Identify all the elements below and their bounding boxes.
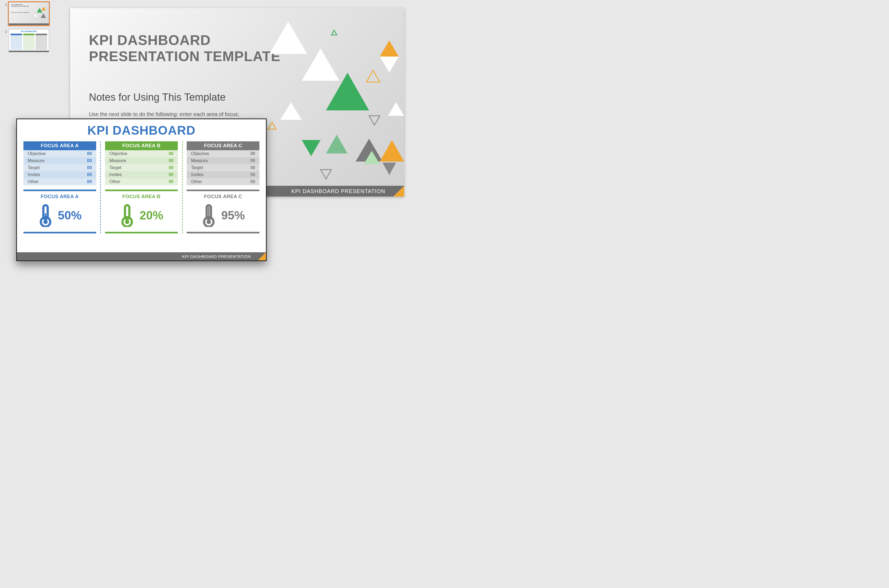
thumbnail-row-2: 2 KPI DASHBOARD	[2, 29, 51, 52]
focus-area-b-label: FOCUS AREA B	[105, 194, 178, 200]
focus-area-c-rows: Objective00 Measure00 Target00 Invites00…	[187, 150, 259, 185]
focus-area-b-percent: 20%	[140, 208, 163, 222]
thermometer-icon	[38, 204, 53, 227]
focus-area-a-label: FOCUS AREA A	[23, 194, 96, 200]
focus-area-a-rows: Objective00 Measure00 Target00 Invites00…	[23, 150, 96, 185]
focus-area-b-header: FOCUS AREA B	[105, 141, 178, 150]
slide-title[interactable]: KPI DASHBOARD PRESENTATION TEMPLATE	[89, 32, 280, 64]
divider-bar	[23, 232, 96, 233]
divider-bar	[23, 189, 96, 191]
dashboard-title: KPI DASHBOARD	[17, 123, 266, 138]
svg-marker-7	[331, 30, 337, 35]
focus-area-c: FOCUS AREA C Objective00 Measure00 Targe…	[187, 141, 259, 233]
divider-bar	[187, 232, 259, 233]
divider-bar	[105, 189, 178, 191]
focus-area-a-percent: 50%	[58, 208, 82, 222]
dashboard-columns: FOCUS AREA A Objective00 Measure00 Targe…	[17, 138, 266, 233]
svg-marker-11	[280, 102, 302, 120]
triangle-deco-icon	[32, 5, 48, 21]
focus-area-c-percent: 95%	[221, 208, 245, 222]
svg-marker-0	[37, 8, 42, 13]
slide-thumbnail-panel: 1 KPI DASHBOARDPRESENTATION TEMPLATE Not…	[2, 2, 51, 56]
svg-marker-4	[269, 21, 307, 54]
thermometer-icon	[120, 204, 135, 227]
svg-marker-15	[302, 140, 320, 156]
slide-thumbnail-2[interactable]: KPI DASHBOARD	[9, 29, 49, 52]
svg-rect-33	[208, 207, 209, 221]
svg-marker-5	[302, 48, 340, 81]
slide-subtitle[interactable]: Notes for Using This Template	[89, 92, 226, 103]
focus-area-c-label: FOCUS AREA C	[187, 194, 259, 200]
footer-text: KPI DASHBOARD PRESENTATION	[182, 254, 251, 259]
svg-marker-20	[320, 170, 331, 179]
thumbnail-row-1: 1 KPI DASHBOARDPRESENTATION TEMPLATE Not…	[2, 2, 51, 25]
slide-preview-overlay[interactable]: KPI DASHBOARD FOCUS AREA A Objective00 M…	[16, 118, 267, 261]
svg-marker-10	[366, 70, 380, 82]
thermometer-icon	[201, 204, 216, 227]
svg-marker-18	[380, 140, 404, 162]
svg-marker-8	[380, 40, 399, 57]
thumbnail-index: 1	[2, 2, 7, 7]
focus-area-c-header: FOCUS AREA C	[187, 141, 259, 150]
svg-marker-2	[33, 13, 38, 17]
svg-marker-21	[382, 163, 396, 175]
focus-area-a: FOCUS AREA A Objective00 Measure00 Targe…	[23, 141, 96, 233]
thumbnail-index: 2	[2, 29, 7, 34]
svg-marker-13	[369, 116, 380, 125]
slide-thumbnail-1[interactable]: KPI DASHBOARDPRESENTATION TEMPLATE Notes…	[9, 2, 49, 25]
overlay-footer: KPI DASHBOARD PRESENTATION	[17, 252, 266, 260]
focus-area-b-rows: Objective00 Measure00 Target00 Invites00…	[105, 150, 178, 185]
svg-marker-17	[388, 102, 404, 116]
svg-rect-29	[126, 217, 128, 221]
divider-bar	[187, 189, 259, 191]
svg-marker-9	[380, 57, 399, 73]
svg-rect-25	[45, 213, 46, 220]
focus-area-a-header: FOCUS AREA A	[23, 141, 96, 150]
svg-marker-1	[42, 7, 46, 10]
svg-marker-12	[268, 122, 276, 129]
decorative-triangles	[253, 19, 404, 191]
column-separator	[182, 141, 183, 233]
column-separator	[100, 141, 101, 233]
focus-area-b: FOCUS AREA B Objective00 Measure00 Targe…	[105, 141, 178, 233]
svg-marker-3	[41, 13, 46, 18]
divider-bar	[105, 232, 178, 233]
svg-marker-14	[326, 135, 347, 153]
footer-text: KPI DASHBOARD PRESENTATION	[291, 188, 385, 194]
